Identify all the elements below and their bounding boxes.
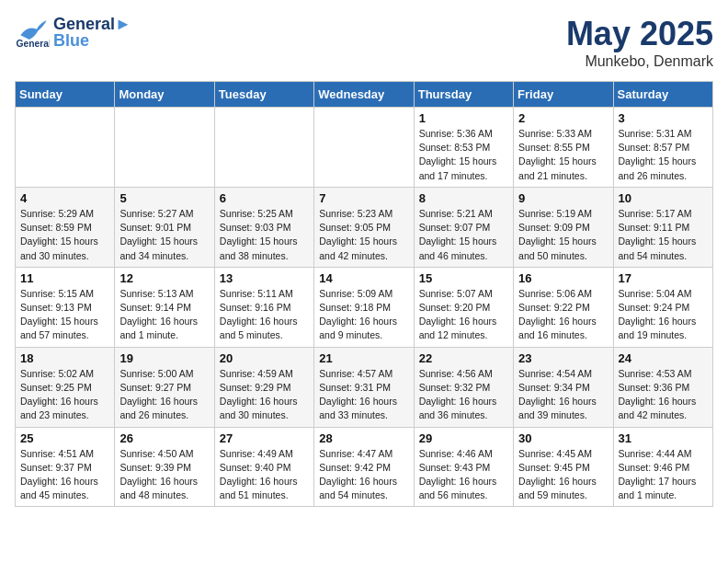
logo-text: General► Blue [53,16,131,49]
sunset-text: Sunset: 9:27 PM [119,381,209,395]
table-row: 7Sunrise: 5:23 AMSunset: 9:05 PMDaylight… [314,187,414,267]
daylight-text: Daylight: 16 hours and 56 minutes. [419,475,508,502]
sunrise-text: Sunrise: 5:29 AM [20,207,109,221]
sunrise-text: Sunrise: 5:06 AM [518,287,608,301]
sunrise-text: Sunrise: 5:19 AM [518,207,608,221]
table-row: 5Sunrise: 5:27 AMSunset: 9:01 PMDaylight… [115,187,214,267]
daylight-text: Daylight: 16 hours and 16 minutes. [518,315,608,342]
table-row: 26Sunrise: 4:50 AMSunset: 9:39 PMDayligh… [115,427,214,507]
sunrise-text: Sunrise: 5:11 AM [220,287,309,301]
table-row: 20Sunrise: 4:59 AMSunset: 9:29 PMDayligh… [214,347,313,427]
daylight-text: Daylight: 15 hours and 50 minutes. [518,235,608,262]
sunrise-text: Sunrise: 5:09 AM [319,287,408,301]
daylight-text: Daylight: 15 hours and 34 minutes. [119,235,209,262]
table-row: 2Sunrise: 5:33 AMSunset: 8:55 PMDaylight… [514,108,613,188]
daylight-text: Daylight: 15 hours and 30 minutes. [20,235,109,262]
sunrise-text: Sunrise: 4:57 AM [319,367,408,381]
table-row: 1Sunrise: 5:36 AMSunset: 8:53 PMDaylight… [414,108,513,188]
sunrise-text: Sunrise: 4:59 AM [220,367,309,381]
sunset-text: Sunset: 8:59 PM [20,221,109,235]
sunset-text: Sunset: 8:57 PM [619,141,708,155]
table-row: 28Sunrise: 4:47 AMSunset: 9:42 PMDayligh… [314,427,414,507]
table-row [314,108,414,188]
sunset-text: Sunset: 9:09 PM [518,221,608,235]
sunrise-text: Sunrise: 5:02 AM [20,367,109,381]
sunset-text: Sunset: 9:11 PM [619,221,708,235]
sunset-text: Sunset: 9:05 PM [319,221,408,235]
daylight-text: Daylight: 16 hours and 36 minutes. [419,395,508,422]
svg-text:General: General [17,39,50,49]
day-number: 7 [319,191,408,205]
daylight-text: Daylight: 16 hours and 12 minutes. [419,315,508,342]
table-row: 23Sunrise: 4:54 AMSunset: 9:34 PMDayligh… [514,347,613,427]
table-row: 4Sunrise: 5:29 AMSunset: 8:59 PMDaylight… [16,187,115,267]
sunrise-text: Sunrise: 5:13 AM [119,287,209,301]
day-number: 17 [619,271,708,285]
day-number: 9 [518,191,608,205]
day-number: 16 [518,271,608,285]
sunset-text: Sunset: 9:01 PM [119,221,209,235]
sunset-text: Sunset: 9:31 PM [319,381,408,395]
col-wednesday: Wednesday [314,82,414,108]
daylight-text: Daylight: 16 hours and 1 minute. [119,315,209,342]
logo-icon: General [15,15,50,50]
sunset-text: Sunset: 9:20 PM [419,301,508,315]
calendar-week-row: 18Sunrise: 5:02 AMSunset: 9:25 PMDayligh… [16,347,713,427]
calendar-header-row: Sunday Monday Tuesday Wednesday Thursday… [16,82,713,108]
sunrise-text: Sunrise: 4:45 AM [518,447,608,461]
table-row: 11Sunrise: 5:15 AMSunset: 9:13 PMDayligh… [16,267,115,347]
col-saturday: Saturday [613,82,712,108]
sunrise-text: Sunrise: 5:33 AM [518,127,608,141]
table-row: 10Sunrise: 5:17 AMSunset: 9:11 PMDayligh… [613,187,712,267]
sunset-text: Sunset: 9:40 PM [220,461,309,475]
sunset-text: Sunset: 8:55 PM [518,141,608,155]
table-row: 6Sunrise: 5:25 AMSunset: 9:03 PMDaylight… [214,187,313,267]
month-title: May 2025 [566,15,713,53]
table-row: 8Sunrise: 5:21 AMSunset: 9:07 PMDaylight… [414,187,513,267]
table-row: 12Sunrise: 5:13 AMSunset: 9:14 PMDayligh… [115,267,214,347]
day-number: 30 [518,431,608,445]
daylight-text: Daylight: 17 hours and 1 minute. [619,475,708,502]
sunrise-text: Sunrise: 4:56 AM [419,367,508,381]
daylight-text: Daylight: 16 hours and 23 minutes. [20,395,109,422]
day-number: 1 [419,111,508,125]
sunrise-text: Sunrise: 5:31 AM [619,127,708,141]
table-row: 13Sunrise: 5:11 AMSunset: 9:16 PMDayligh… [214,267,313,347]
sunset-text: Sunset: 9:46 PM [619,461,708,475]
title-block: May 2025 Munkebo, Denmark [566,15,713,70]
day-number: 28 [319,431,408,445]
day-number: 25 [20,431,109,445]
day-number: 11 [20,271,109,285]
table-row: 30Sunrise: 4:45 AMSunset: 9:45 PMDayligh… [514,427,613,507]
daylight-text: Daylight: 16 hours and 48 minutes. [119,475,209,502]
daylight-text: Daylight: 16 hours and 30 minutes. [220,395,309,422]
day-number: 3 [619,111,708,125]
daylight-text: Daylight: 16 hours and 19 minutes. [619,315,708,342]
daylight-text: Daylight: 15 hours and 21 minutes. [518,155,608,182]
sunrise-text: Sunrise: 5:25 AM [220,207,309,221]
sunset-text: Sunset: 9:16 PM [220,301,309,315]
table-row [115,108,214,188]
day-number: 26 [119,431,209,445]
day-number: 4 [20,191,109,205]
sunset-text: Sunset: 9:13 PM [20,301,109,315]
day-number: 13 [220,271,309,285]
sunset-text: Sunset: 9:34 PM [518,381,608,395]
calendar-week-row: 11Sunrise: 5:15 AMSunset: 9:13 PMDayligh… [16,267,713,347]
daylight-text: Daylight: 16 hours and 39 minutes. [518,395,608,422]
location: Munkebo, Denmark [566,53,713,70]
table-row: 9Sunrise: 5:19 AMSunset: 9:09 PMDaylight… [514,187,613,267]
day-number: 2 [518,111,608,125]
day-number: 18 [20,351,109,365]
sunset-text: Sunset: 9:18 PM [319,301,408,315]
table-row: 18Sunrise: 5:02 AMSunset: 9:25 PMDayligh… [16,347,115,427]
day-number: 20 [220,351,309,365]
col-tuesday: Tuesday [214,82,313,108]
day-number: 14 [319,271,408,285]
col-thursday: Thursday [414,82,513,108]
day-number: 6 [220,191,309,205]
table-row: 19Sunrise: 5:00 AMSunset: 9:27 PMDayligh… [115,347,214,427]
sunset-text: Sunset: 9:24 PM [619,301,708,315]
sunset-text: Sunset: 9:43 PM [419,461,508,475]
sunset-text: Sunset: 9:37 PM [20,461,109,475]
